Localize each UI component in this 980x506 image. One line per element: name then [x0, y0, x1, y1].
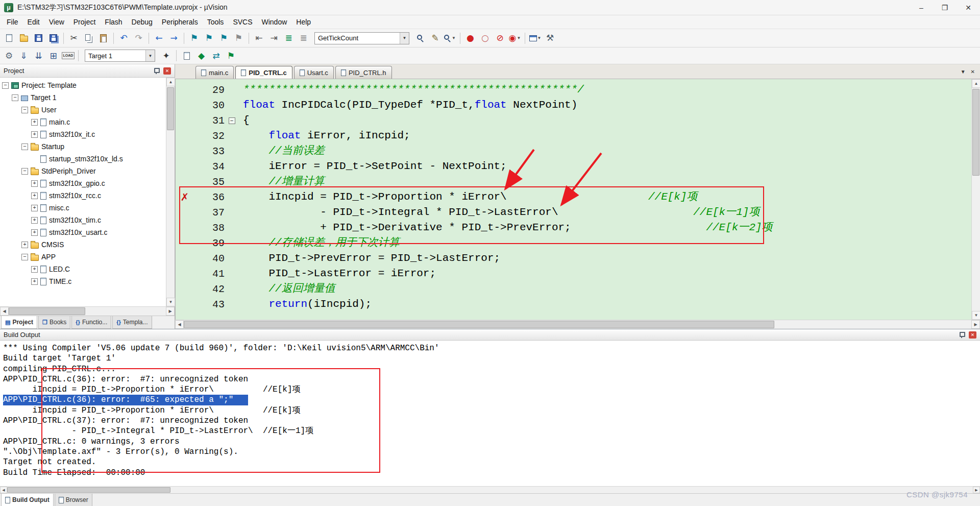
tree-item[interactable]: −StdPeriph_Driver — [0, 165, 166, 177]
editor-hscrollbar[interactable]: ◀ ▶ — [175, 320, 980, 329]
download-icon[interactable]: LOAD — [61, 49, 75, 63]
menu-peripherals[interactable]: Peripherals — [157, 16, 203, 28]
target-combobox[interactable]: Target 1▼ — [85, 50, 155, 62]
build-output-line[interactable]: Build target 'Target 1' — [3, 353, 980, 364]
code-text[interactable]: PID_t->LastError = iError; — [239, 266, 436, 281]
collapse-icon[interactable]: − — [21, 254, 28, 260]
code-text[interactable]: //增量计算 — [239, 174, 325, 189]
tree-item[interactable]: −User — [0, 104, 166, 116]
tree-item[interactable]: +stm32f10x_tim.c — [0, 214, 166, 226]
editor-tab-pid_ctrl-h[interactable]: PID_CTRL.h — [335, 66, 392, 79]
scroll-left-icon[interactable]: ◀ — [0, 487, 7, 493]
tree-item[interactable]: +misc.c — [0, 202, 166, 214]
symbol-combobox[interactable]: GetTickCount▼ — [314, 32, 409, 44]
indent-icon[interactable]: ⇥ — [267, 31, 281, 45]
code-text[interactable]: PID_t->PrevError = PID_t->LastError; — [239, 251, 500, 266]
editor-tab-usart-c[interactable]: Usart.c — [294, 66, 334, 79]
scrollbar-thumb[interactable] — [7, 487, 170, 493]
close-panel-icon[interactable]: ✕ — [969, 331, 976, 339]
code-text[interactable]: //存储误差，用于下次计算 — [239, 235, 400, 251]
build-output-line[interactable]: - PID_t->Integral * PID_t->LastError\ //… — [3, 426, 980, 436]
goto-next-icon[interactable]: ◆ — [194, 49, 208, 63]
target-combobox-dropdown-icon[interactable]: ▼ — [145, 50, 155, 61]
code-editor[interactable]: 29**************************************… — [175, 79, 971, 320]
close-file-icon[interactable]: ✕ — [971, 69, 975, 75]
tree-item[interactable]: +stm32f10x_usart.c — [0, 226, 166, 238]
bookmark-toggle-icon[interactable]: ⚑ — [187, 31, 201, 45]
bookmark-clear-icon[interactable]: ⚑ — [232, 31, 246, 45]
build-output-line[interactable]: Build Time Elapsed: 00:00:00 — [3, 468, 980, 478]
code-text[interactable]: ****************************************… — [239, 82, 584, 98]
menu-debug[interactable]: Debug — [127, 16, 157, 28]
outdent-icon[interactable]: ⇤ — [252, 31, 266, 45]
scroll-down-icon[interactable]: ▼ — [166, 298, 175, 306]
scroll-right-icon[interactable]: ▶ — [971, 320, 980, 329]
tree-item[interactable]: +stm32f10x_rcc.c — [0, 189, 166, 202]
target-options-icon[interactable]: ✦ — [159, 49, 173, 63]
expand-icon[interactable]: + — [31, 278, 38, 285]
find-in-files-icon[interactable] — [413, 31, 427, 45]
menu-flash[interactable]: Flash — [100, 16, 127, 28]
bottom-tab-build-output[interactable]: Build Output — [1, 494, 54, 506]
menu-window[interactable]: Window — [257, 16, 292, 28]
menu-tools[interactable]: Tools — [203, 16, 229, 28]
build-output-line[interactable]: APP\PID_CTRL.c: 0 warnings, 3 errors — [3, 437, 980, 447]
rebuild-icon[interactable]: ⇊ — [32, 49, 45, 63]
navigate-forward-icon[interactable]: → — [167, 31, 181, 45]
scrollbar-thumb[interactable] — [9, 307, 85, 315]
expand-icon[interactable]: + — [31, 180, 38, 187]
pin-icon[interactable] — [959, 332, 964, 338]
breakpoint-options-icon[interactable]: ◉▼ — [508, 31, 522, 45]
scroll-right-icon[interactable]: ▶ — [973, 487, 980, 493]
open-file-icon[interactable] — [17, 31, 31, 45]
panel-tab-templa-[interactable]: {}Templa... — [112, 316, 152, 329]
tree-item[interactable]: +main.c — [0, 116, 166, 128]
collapse-icon[interactable]: − — [21, 107, 28, 113]
build-output-line[interactable]: iIncpid = PID_t->Proportion * iError\ //… — [3, 405, 980, 416]
batch-build-icon[interactable]: ⊞ — [46, 49, 60, 63]
redo-icon[interactable]: ↷ — [132, 31, 145, 45]
expand-icon[interactable]: + — [31, 205, 38, 211]
build-output-line[interactable]: Target not created. — [3, 457, 980, 467]
uncomment-selection-icon[interactable]: ≣ — [297, 31, 310, 45]
build-icon[interactable]: ⇓ — [17, 49, 31, 63]
menu-view[interactable]: View — [44, 16, 69, 28]
code-text[interactable]: //当前误差 — [239, 143, 325, 159]
collapse-icon[interactable]: − — [21, 143, 28, 150]
bottom-tab-browser[interactable]: Browser — [55, 494, 92, 506]
build-output-line[interactable]: APP\PID_CTRL.c(36): error: #7: unrecogni… — [3, 374, 980, 384]
build-output-line[interactable]: iIncpid = PID_t->Proportion * iError\ //… — [3, 384, 980, 395]
scrollbar-thumb[interactable] — [167, 87, 174, 130]
collapse-icon[interactable]: − — [21, 168, 28, 175]
paste-icon[interactable] — [96, 31, 110, 45]
pin-icon[interactable] — [153, 68, 159, 74]
code-text[interactable]: - PID_t->Integral * PID_t->LastError\ //… — [239, 205, 760, 220]
tree-item[interactable]: +CMSIS — [0, 238, 166, 251]
kill-breakpoints-icon[interactable]: ⊘ — [493, 31, 507, 45]
maximize-button[interactable]: ❐ — [933, 0, 957, 15]
tree-item[interactable]: −APP — [0, 251, 166, 263]
fold-collapse-icon[interactable]: − — [229, 117, 235, 124]
scroll-right-icon[interactable]: ▶ — [166, 307, 175, 316]
editor-vscrollbar[interactable]: ▲ ▼ — [971, 79, 980, 320]
code-text[interactable]: return(iIncpid); — [239, 297, 372, 312]
new-file-icon[interactable] — [2, 31, 16, 45]
save-all-icon[interactable] — [46, 31, 60, 45]
scroll-down-icon[interactable]: ▼ — [972, 311, 980, 320]
editor-tab-pid_ctrl-c[interactable]: PID_CTRL.c — [235, 66, 292, 79]
scrollbar-thumb[interactable] — [184, 321, 774, 328]
menu-help[interactable]: Help — [291, 16, 315, 28]
tree-item[interactable]: +stm32f10x_it.c — [0, 128, 166, 140]
tree-item[interactable]: −Target 1 — [0, 91, 166, 104]
scroll-left-icon[interactable]: ◀ — [0, 307, 9, 316]
close-button[interactable]: ✕ — [957, 0, 980, 15]
tab-list-dropdown-icon[interactable]: ▼ — [961, 69, 966, 75]
cut-icon[interactable]: ✂ — [67, 31, 81, 45]
manage-components-icon[interactable]: ⚑ — [224, 49, 238, 63]
disable-breakpoint-icon[interactable]: ○ — [478, 31, 492, 45]
window-layout-icon[interactable]: ▼ — [528, 31, 542, 45]
code-text[interactable]: + PID_t->Derivative * PID_t->PrevError; … — [239, 220, 773, 235]
expand-icon[interactable]: + — [31, 217, 38, 224]
expand-icon[interactable]: + — [31, 266, 38, 273]
code-text[interactable]: { — [239, 113, 250, 128]
